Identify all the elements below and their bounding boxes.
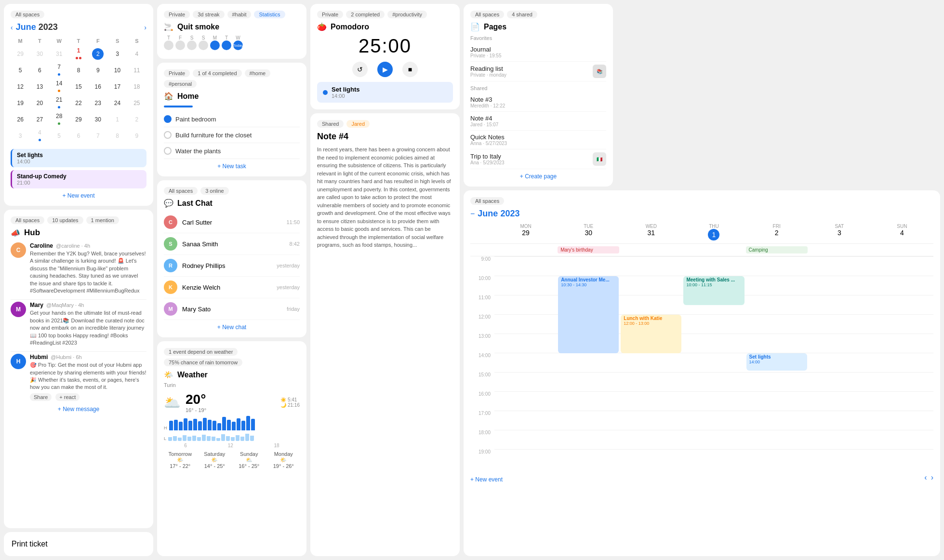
week-cell [871,276,933,295]
page-item-journal[interactable]: Journal Private · 19:55 [470,43,606,62]
page-name-quicknotes: Quick Notes [470,133,507,141]
time-label-11: 11:00 [470,295,494,314]
pomo-completed-badge: 2 completed [346,11,385,18]
hub-react-btn[interactable]: + react [55,393,80,401]
task-build-furniture[interactable]: Build furniture for the closet [164,127,300,143]
cal-cell[interactable]: 6 [69,128,88,144]
cal-cell[interactable]: 2 [127,111,146,128]
cal-cell[interactable]: 31 [50,46,69,62]
time-label-16: 16:00 [470,391,494,411]
set-lights-event[interactable]: Set lights 14:00 [317,82,453,103]
week-next-btn[interactable]: › [931,473,933,482]
cal-cell[interactable]: 9 [88,62,107,79]
cal-cell[interactable]: 17 [107,79,127,95]
cal-cell[interactable]: 1 [107,111,127,128]
chat-time: yesterday [277,263,300,268]
cal-cell[interactable]: 30 [30,46,49,62]
week-cell [557,430,620,449]
cal-cell[interactable]: 20 [30,95,49,111]
cal-cell[interactable]: 5 [50,128,69,144]
cal-cell[interactable]: 12 [11,79,30,95]
cal-cell[interactable]: 10 [107,62,127,79]
cal-cell[interactable]: 7 [50,62,69,79]
cal-cell[interactable]: 25 [127,95,146,111]
cal-cell[interactable]: 3 [11,128,30,144]
cal-cell[interactable]: 5 [11,62,30,79]
week-cell-lunch: Lunch with Katie 12:00 - 13:00 [620,314,682,333]
cal-cell[interactable]: 26 [11,111,30,128]
cal-cell[interactable]: 15 [69,79,88,95]
cal-cell[interactable]: 13 [30,79,49,95]
event-lunch-katie[interactable]: Lunch with Katie 12:00 - 13:00 [621,315,681,353]
new-task-link[interactable]: + New task [164,163,300,170]
task-checkbox[interactable] [164,131,172,139]
cal-cell[interactable]: 9 [127,128,146,144]
cal-cell[interactable]: 6 [30,62,49,79]
cal-cell[interactable]: 19 [11,95,30,111]
event-set-lights[interactable]: Set lights 14:00 [11,149,146,167]
cal-cell[interactable]: 24 [107,95,127,111]
cal-cell[interactable]: 22 [69,95,88,111]
event-investor[interactable]: Annual Investor Me... 10:30 - 14:30 [558,276,619,353]
page-item-note3[interactable]: Note #3 Meredith · 12:22 [470,93,606,112]
hub-share-btn[interactable]: Share [30,393,52,401]
allday-event-birthday[interactable]: Mary's birthday [558,246,619,253]
stats-badge[interactable]: Statistics [254,11,285,18]
cal-cell[interactable]: 16 [88,79,107,95]
streak-day: T [164,35,173,40]
pomo-play-btn[interactable]: ▶ [377,62,393,77]
new-event-link[interactable]: + New event [11,192,146,199]
cal-prev-btn[interactable]: ‹ [11,24,13,31]
cal-cell[interactable]: 8 [107,128,127,144]
cal-cell[interactable]: 14 [50,79,69,95]
task-checkbox[interactable] [164,115,172,123]
cal-cell[interactable]: 7 [88,128,107,144]
page-item-tripitaly[interactable]: Trip to Italy Ana · 5/29/2023 🇮🇹 [470,149,606,169]
page-item-note4[interactable]: Note #4 Jared · 15:07 [470,112,606,131]
cal-cell[interactable]: 1 [69,46,88,62]
task-water-plants[interactable]: Water the plants [164,143,300,159]
chat-item-rodney[interactable]: R Rodney Phillips yesterday [164,255,300,277]
week-collapse-icon[interactable]: − [470,210,475,218]
cal-cell[interactable]: 18 [127,79,146,95]
event-set-lights-week[interactable]: Set lights 14:00 [746,353,807,371]
page-item-quicknotes[interactable]: Quick Notes Anna · 5/27/2023 [470,131,606,149]
chat-item-sanaa[interactable]: S Sanaa Smith 8:42 [164,233,300,255]
cal-cell[interactable]: 11 [127,62,146,79]
print-ticket-card[interactable]: Print ticket [4,532,153,556]
pomo-reset-btn[interactable]: ↺ [352,62,368,77]
new-event-week-link[interactable]: + New event [470,476,503,483]
weather-sunrise: ☀️ 5:41 [280,397,300,402]
day-header-t2: T [69,36,88,46]
cal-cell[interactable]: 23 [88,95,107,111]
cal-cell[interactable]: 27 [30,111,49,128]
pomo-stop-btn[interactable]: ■ [402,62,418,77]
week-prev-btn[interactable]: ‹ [924,473,927,482]
cal-cell[interactable]: 4 [127,46,146,62]
page-item-readinglist[interactable]: Reading list Private · monday 📚 [470,62,606,81]
cal-cell-today[interactable]: 2 [88,46,107,62]
new-message-link[interactable]: + New message [11,406,146,413]
create-page-link[interactable]: + Create page [470,173,606,180]
event-standup-comedy[interactable]: Stand-up Comedy 21:00 [11,170,146,188]
cal-cell[interactable]: 8 [69,62,88,79]
week-cell [682,411,745,430]
cal-cell[interactable]: 28 [50,111,69,128]
cal-cell[interactable]: 29 [11,46,30,62]
cal-cell[interactable]: 3 [107,46,127,62]
chat-item-carl[interactable]: C Carl Sutter 11:50 [164,212,300,233]
chat-item-kenzie[interactable]: K Kenzie Welch yesterday [164,277,300,298]
week-cell [557,391,620,411]
cal-next-btn[interactable]: › [144,24,146,31]
cal-cell[interactable]: 4 [30,128,49,144]
cal-cell[interactable]: 30 [88,111,107,128]
new-chat-link[interactable]: + New chat [164,324,300,331]
event-meeting-sales[interactable]: Meeting with Sales ... 10:00 - 11:15 [683,276,744,305]
task-checkbox[interactable] [164,147,172,155]
chat-item-mary[interactable]: M Mary Sato friday [164,298,300,320]
cal-cell[interactable]: 29 [69,111,88,128]
allday-event-camping[interactable]: Camping [746,246,808,253]
task-paint-bedroom[interactable]: Paint bedroom [164,111,300,127]
cal-cell[interactable]: 21 [50,95,69,111]
chat-time: yesterday [277,284,300,290]
